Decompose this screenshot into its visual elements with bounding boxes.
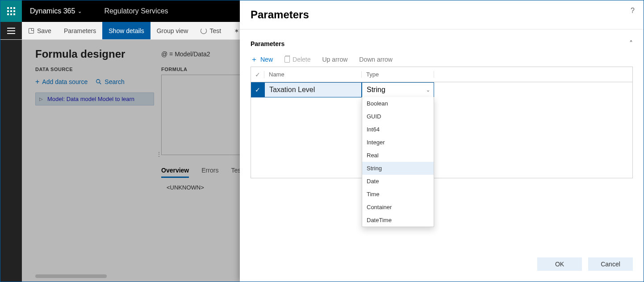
- search-icon: [96, 79, 102, 85]
- parameters-button[interactable]: Parameters: [58, 22, 102, 39]
- new-row-button[interactable]: ＋ New: [251, 56, 273, 63]
- down-arrow-label: Down arrow: [359, 56, 393, 63]
- col-header-type[interactable]: Type: [362, 71, 434, 78]
- save-icon: [28, 28, 34, 34]
- tab-errors[interactable]: Errors: [201, 164, 218, 178]
- expand-caret-icon[interactable]: ▷: [39, 97, 43, 101]
- parameters-label: Parameters: [64, 27, 96, 34]
- type-cell[interactable]: String ⌄: [362, 82, 434, 97]
- trash-icon: [284, 56, 290, 63]
- dropdown-option[interactable]: Container: [362, 201, 434, 214]
- delete-row-button[interactable]: Delete: [284, 56, 310, 63]
- parameters-table: ✓ Name Type ✓ Taxation Level String ⌄ Bo…: [251, 67, 633, 178]
- dropdown-toggle-icon[interactable]: ⌄: [426, 87, 430, 93]
- table-row[interactable]: ✓ Taxation Level String ⌄: [251, 82, 632, 97]
- parameters-panel: ? Parameters Parameters ˄ ＋ New Delete U…: [240, 0, 644, 282]
- svg-line-1: [100, 83, 101, 84]
- nav-toggle-button[interactable]: [0, 22, 22, 39]
- search-button[interactable]: Search: [96, 78, 124, 85]
- left-nav-rail[interactable]: [0, 40, 22, 282]
- dropdown-option[interactable]: Time: [362, 188, 434, 201]
- dropdown-option[interactable]: Boolean: [362, 97, 434, 110]
- scrollbar-horizontal[interactable]: [35, 274, 107, 278]
- show-details-button[interactable]: Show details: [102, 22, 150, 39]
- test-button[interactable]: Test: [194, 22, 227, 39]
- plus-icon: +: [35, 79, 39, 85]
- svg-point-0: [96, 80, 100, 83]
- add-data-source-button[interactable]: + Add data source: [35, 78, 88, 85]
- translate-icon: ✶: [234, 28, 240, 34]
- page-title: Formula designer: [35, 48, 154, 60]
- select-all-checkbox[interactable]: ✓: [251, 71, 264, 78]
- row-checkbox[interactable]: ✓: [251, 82, 264, 97]
- type-dropdown: Boolean GUID Int64 Integer Real String D…: [362, 97, 434, 227]
- ok-button[interactable]: OK: [537, 257, 582, 271]
- panel-title: Parameters: [251, 8, 633, 21]
- dropdown-option-selected[interactable]: String: [362, 162, 434, 175]
- name-cell[interactable]: Taxation Level: [264, 82, 362, 97]
- new-row-label: New: [260, 56, 273, 63]
- panel-divider: [240, 29, 644, 29]
- data-source-item[interactable]: ▷ Model: Data model Model to learn: [35, 93, 154, 105]
- save-button[interactable]: Save: [22, 22, 58, 39]
- up-arrow-label: Up arrow: [322, 56, 347, 63]
- app-launcher[interactable]: [0, 0, 22, 22]
- search-label: Search: [105, 78, 124, 85]
- up-arrow-button[interactable]: Up arrow: [322, 56, 347, 63]
- add-data-source-label: Add data source: [42, 78, 88, 85]
- chevron-down-icon: ⌄: [78, 8, 82, 14]
- data-source-heading: DATA SOURCE: [35, 67, 154, 72]
- name-cell-value: Taxation Level: [269, 86, 315, 94]
- cancel-button[interactable]: Cancel: [588, 257, 633, 271]
- delete-row-label: Delete: [293, 56, 310, 63]
- group-view-button[interactable]: Group view: [151, 22, 195, 39]
- dropdown-option[interactable]: DateTime: [362, 214, 434, 227]
- resize-grip-icon[interactable]: ⋮: [156, 151, 161, 157]
- hamburger-icon: [7, 30, 15, 31]
- dropdown-option[interactable]: GUID: [362, 110, 434, 123]
- col-header-name[interactable]: Name: [264, 71, 362, 78]
- show-details-label: Show details: [109, 27, 144, 34]
- tab-overview[interactable]: Overview: [161, 164, 189, 178]
- type-cell-value: String: [367, 86, 434, 94]
- plus-icon: ＋: [251, 56, 258, 63]
- collapse-section-button[interactable]: ˄: [629, 39, 633, 48]
- checkmark-icon: ✓: [255, 86, 260, 93]
- section-title: Parameters: [251, 40, 284, 47]
- group-view-label: Group view: [157, 27, 188, 34]
- module-name: Regulatory Services: [90, 7, 182, 15]
- help-button[interactable]: ?: [631, 7, 635, 15]
- save-label: Save: [37, 27, 51, 34]
- data-source-item-label: Model: Data model Model to learn: [47, 96, 134, 102]
- dropdown-option[interactable]: Real: [362, 149, 434, 162]
- checkmark-icon: ✓: [255, 71, 260, 78]
- refresh-icon: [201, 28, 207, 34]
- brand-dropdown[interactable]: Dynamics 365 ⌄: [22, 7, 90, 15]
- chevron-up-icon: ˄: [629, 40, 633, 47]
- brand-label: Dynamics 365: [30, 7, 75, 15]
- test-label: Test: [209, 27, 221, 34]
- waffle-icon: [7, 7, 15, 15]
- help-icon: ?: [631, 7, 635, 14]
- tab-test[interactable]: Tes: [231, 164, 241, 178]
- dropdown-option[interactable]: Date: [362, 175, 434, 188]
- dropdown-option[interactable]: Int64: [362, 123, 434, 136]
- down-arrow-button[interactable]: Down arrow: [359, 56, 393, 63]
- table-header: ✓ Name Type: [251, 67, 632, 82]
- dropdown-option[interactable]: Integer: [362, 136, 434, 149]
